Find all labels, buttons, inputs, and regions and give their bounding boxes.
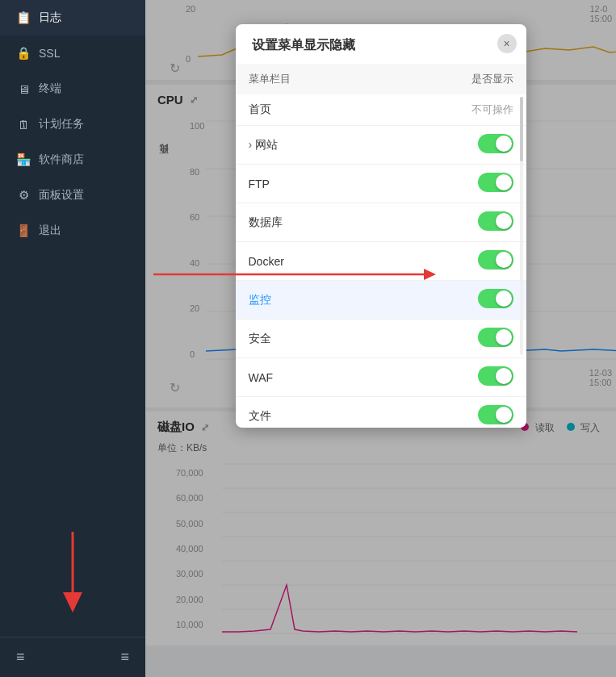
menu-item-toggle[interactable] xyxy=(381,126,526,165)
sidebar-item-store[interactable]: 🏪 软件商店 xyxy=(0,142,145,178)
sidebar-toggle-right[interactable]: ≡ xyxy=(120,649,129,666)
sidebar-label-log: 日志 xyxy=(39,10,61,25)
modal-scrollbar-thumb xyxy=(520,97,523,161)
table-row: FTP xyxy=(236,165,526,203)
modal-menu-table: 菜单栏目 是否显示 首页 不可操作 ›网站 xyxy=(236,64,526,428)
menu-item-label: 首页 xyxy=(236,94,381,126)
menu-item-label: ›网站 xyxy=(236,126,381,165)
store-icon: 🏪 xyxy=(16,153,31,167)
menu-item-toggle[interactable] xyxy=(381,320,526,358)
toggle-website[interactable] xyxy=(478,134,513,153)
red-arrow-down xyxy=(57,532,89,612)
sidebar-label-ssl: SSL xyxy=(39,47,60,60)
table-row: 数据库 xyxy=(236,203,526,242)
toggle-security[interactable] xyxy=(478,328,513,347)
modal-scrollbar-track xyxy=(520,97,523,355)
table-row: 安全 xyxy=(236,320,526,358)
sidebar-item-log[interactable]: 📋 日志 xyxy=(0,0,145,36)
sidebar-label-cron: 计划任务 xyxy=(39,117,84,132)
sidebar-item-cron[interactable]: 🗓 计划任务 xyxy=(0,107,145,142)
cron-icon: 🗓 xyxy=(16,118,31,132)
sidebar-item-terminal[interactable]: 🖥 终端 xyxy=(0,71,145,107)
menu-item-label: WAF xyxy=(236,358,381,397)
menu-item-status: 不可操作 xyxy=(381,94,526,126)
sidebar-item-panel-settings[interactable]: ⚙ 面板设置 xyxy=(0,178,145,213)
logout-icon: 🚪 xyxy=(16,224,31,238)
ssl-icon: 🔒 xyxy=(16,46,31,61)
terminal-icon: 🖥 xyxy=(16,82,31,96)
modal-close-button[interactable]: × xyxy=(497,34,517,53)
table-row-highlighted: 监控 xyxy=(236,281,526,320)
chevron-icon: › xyxy=(249,138,253,151)
sidebar-bottom: ≡ ≡ xyxy=(0,637,145,677)
toggle-ftp[interactable] xyxy=(478,173,513,192)
menu-item-toggle[interactable] xyxy=(381,203,526,242)
table-header-row: 菜单栏目 是否显示 xyxy=(236,64,526,94)
settings-modal: 设置菜单显示隐藏 × 菜单栏目 是否显示 首页 不可操作 xyxy=(236,24,526,428)
sidebar-label-panel-settings: 面板设置 xyxy=(39,188,84,203)
menu-item-label: 监控 xyxy=(236,281,381,320)
toggle-database[interactable] xyxy=(478,211,513,231)
menu-item-toggle[interactable] xyxy=(381,397,526,428)
log-icon: 📋 xyxy=(16,10,31,25)
menu-item-label: 文件 xyxy=(236,397,381,428)
sidebar-label-logout: 退出 xyxy=(39,224,61,238)
svg-marker-1 xyxy=(63,592,82,612)
table-row: 文件 xyxy=(236,397,526,428)
table-row: 首页 不可操作 xyxy=(236,94,526,126)
menu-item-label: 安全 xyxy=(236,320,381,358)
table-row: Docker xyxy=(236,242,526,281)
sidebar-toggle-left[interactable]: ≡ xyxy=(16,649,25,666)
modal-backdrop: 设置菜单显示隐藏 × 菜单栏目 是否显示 首页 不可操作 xyxy=(145,0,616,677)
table-row: ›网站 xyxy=(236,126,526,165)
toggle-docker[interactable] xyxy=(478,250,513,270)
menu-item-toggle[interactable] xyxy=(381,281,526,320)
menu-item-label: 数据库 xyxy=(236,203,381,242)
modal-title: 设置菜单显示隐藏 xyxy=(236,24,526,64)
sidebar-label-store: 软件商店 xyxy=(39,153,84,167)
sidebar-item-logout[interactable]: 🚪 退出 xyxy=(0,213,145,249)
sidebar-item-ssl[interactable]: 🔒 SSL xyxy=(0,36,145,71)
toggle-files[interactable] xyxy=(478,405,513,424)
menu-item-toggle[interactable] xyxy=(381,358,526,397)
menu-item-toggle[interactable] xyxy=(381,242,526,281)
sidebar: 📋 日志 🔒 SSL 🖥 终端 🗓 计划任务 🏪 软件商店 ⚙ 面板设置 🚪 退… xyxy=(0,0,145,677)
menu-item-toggle[interactable] xyxy=(381,165,526,203)
sidebar-label-terminal: 终端 xyxy=(39,81,61,96)
col-display-header: 是否显示 xyxy=(381,64,526,94)
toggle-monitor[interactable] xyxy=(478,289,513,308)
menu-item-label: FTP xyxy=(236,165,381,203)
main-content: 20 0 12-015:00 ↻ CPU ⤢ 百分比 100 80 60 40 … xyxy=(145,0,616,677)
panel-settings-icon: ⚙ xyxy=(16,188,31,203)
toggle-waf[interactable] xyxy=(478,366,513,386)
table-row: WAF xyxy=(236,358,526,397)
col-menu-header: 菜单栏目 xyxy=(236,64,381,94)
menu-item-label: Docker xyxy=(236,242,381,281)
